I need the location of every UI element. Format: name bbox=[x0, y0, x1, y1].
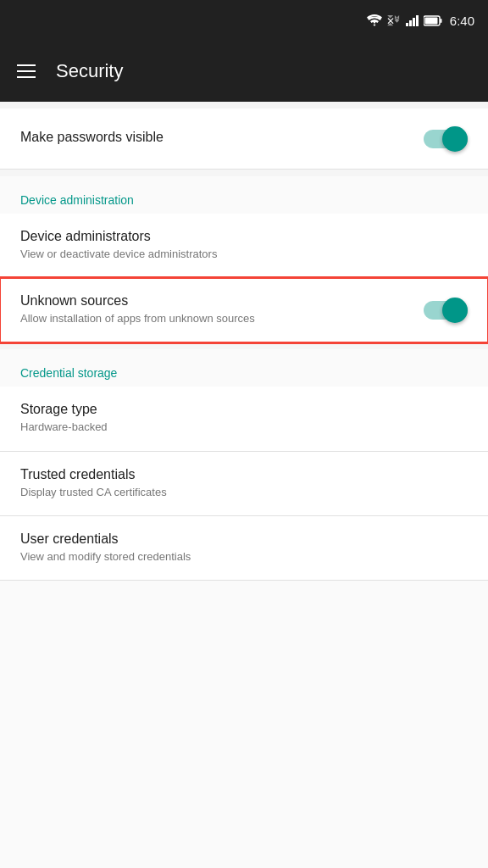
svg-text:✕: ✕ bbox=[386, 15, 395, 26]
menu-line-1 bbox=[17, 64, 36, 66]
unknown-sources-title: Unknown sources bbox=[20, 293, 410, 309]
make-passwords-toggle[interactable] bbox=[424, 126, 468, 152]
top-bar: Security bbox=[0, 41, 488, 102]
trusted-credentials-item[interactable]: Trusted credentials Display trusted CA c… bbox=[0, 452, 488, 516]
unknown-sources-text: Unknown sources Allow installation of ap… bbox=[20, 293, 424, 326]
spacer-top bbox=[0, 102, 488, 108]
storage-type-title: Storage type bbox=[20, 402, 454, 417]
svg-rect-4 bbox=[416, 15, 419, 26]
spacer-device-admin bbox=[0, 170, 488, 176]
signal-x-icon: ✕ bbox=[386, 14, 402, 26]
status-bar: ✕ 6:40 bbox=[0, 0, 488, 41]
user-credentials-title: User credentials bbox=[20, 531, 454, 547]
unknown-sources-subtitle: Allow installation of apps from unknown … bbox=[20, 311, 410, 326]
signal-icon bbox=[406, 14, 419, 26]
storage-type-subtitle: Hardware-backed bbox=[20, 420, 454, 435]
make-passwords-visible-item[interactable]: Make passwords visible bbox=[0, 108, 488, 170]
status-icons: ✕ 6:40 bbox=[367, 14, 474, 28]
device-administrators-item[interactable]: Device administrators View or deactivate… bbox=[0, 214, 488, 278]
menu-line-2 bbox=[17, 70, 36, 72]
user-credentials-item[interactable]: User credentials View and modify stored … bbox=[0, 516, 488, 581]
unknown-sources-toggle[interactable] bbox=[424, 298, 468, 323]
make-passwords-visible-title: Make passwords visible bbox=[20, 130, 410, 145]
battery-icon bbox=[424, 15, 442, 26]
menu-button[interactable] bbox=[17, 64, 36, 78]
toggle-thumb bbox=[442, 126, 468, 152]
device-administrators-text: Device administrators View or deactivate… bbox=[20, 229, 468, 262]
svg-rect-3 bbox=[413, 18, 415, 26]
make-passwords-visible-text: Make passwords visible bbox=[20, 130, 424, 147]
storage-type-text: Storage type Hardware-backed bbox=[20, 402, 468, 435]
device-administrators-title: Device administrators bbox=[20, 229, 454, 244]
user-credentials-subtitle: View and modify stored credentials bbox=[20, 549, 454, 565]
svg-rect-1 bbox=[406, 23, 408, 26]
menu-line-3 bbox=[17, 76, 36, 78]
svg-rect-7 bbox=[424, 17, 437, 24]
svg-rect-2 bbox=[409, 20, 412, 26]
storage-type-item[interactable]: Storage type Hardware-backed bbox=[0, 387, 488, 451]
settings-content: Make passwords visible Device administra… bbox=[0, 102, 488, 868]
device-administration-header: Device administration bbox=[0, 176, 488, 214]
page-title: Security bbox=[56, 60, 123, 82]
device-administrators-subtitle: View or deactivate device administrators bbox=[20, 247, 454, 262]
trusted-credentials-text: Trusted credentials Display trusted CA c… bbox=[20, 467, 468, 500]
trusted-credentials-title: Trusted credentials bbox=[20, 467, 454, 482]
credential-storage-header: Credential storage bbox=[0, 349, 488, 387]
unknown-sources-toggle-thumb bbox=[442, 298, 468, 323]
trusted-credentials-subtitle: Display trusted CA certificates bbox=[20, 485, 454, 500]
unknown-sources-item[interactable]: Unknown sources Allow installation of ap… bbox=[0, 278, 488, 342]
user-credentials-text: User credentials View and modify stored … bbox=[20, 531, 468, 565]
svg-rect-6 bbox=[440, 19, 441, 23]
spacer-credential bbox=[0, 342, 488, 349]
status-time: 6:40 bbox=[450, 14, 474, 28]
wifi-icon bbox=[367, 14, 382, 26]
